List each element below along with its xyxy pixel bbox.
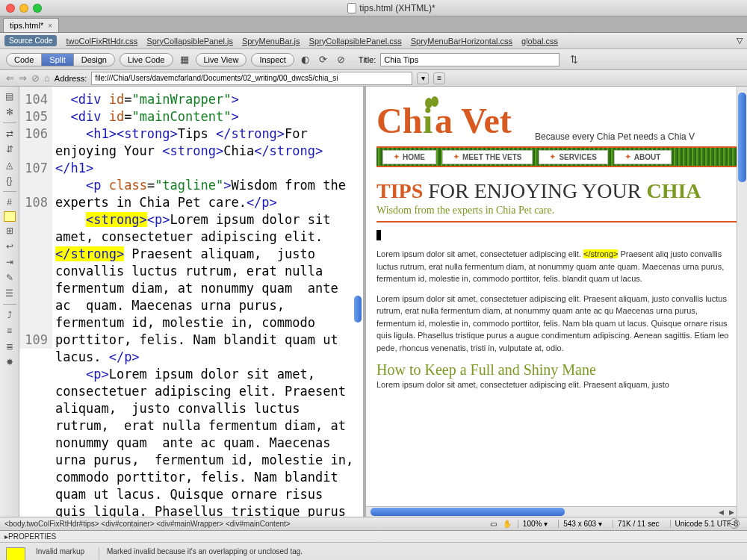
auto-indent-icon[interactable]: ⇥: [3, 255, 16, 269]
title-label: Title:: [359, 55, 376, 64]
scroll-left-icon[interactable]: ◀: [716, 507, 726, 517]
help-icon[interactable]: ?: [729, 518, 740, 529]
preview-vertical-scrollbar[interactable]: [737, 87, 747, 517]
refresh-icon[interactable]: ⟳: [317, 53, 330, 66]
inspect-button[interactable]: Inspect: [251, 53, 294, 66]
related-file[interactable]: global.css: [521, 37, 558, 46]
page-heading: TIPS FOR ENJOYING YOUR CHIA: [376, 179, 737, 203]
related-file[interactable]: SpryCollapsiblePanel.css: [309, 37, 402, 46]
select-parent-icon[interactable]: ◬: [3, 158, 16, 172]
traffic-lights: [6, 4, 42, 13]
nav-about[interactable]: ✦ABOUT: [614, 150, 672, 164]
zoom-level[interactable]: 100% ▾: [518, 520, 552, 528]
related-file[interactable]: SpryMenuBar.js: [242, 37, 300, 46]
window-dimensions[interactable]: 543 x 603 ▾: [558, 520, 607, 528]
move-css-icon[interactable]: ⤴: [3, 308, 16, 322]
source-code-badge[interactable]: Source Code: [4, 35, 57, 46]
scrollbar-thumb[interactable]: [738, 93, 746, 182]
outdent-icon[interactable]: ≣: [3, 340, 16, 353]
highlight-invalid-icon[interactable]: [4, 211, 16, 222]
section-heading: How to Keep a Full and Shiny Mane: [376, 361, 737, 379]
related-file[interactable]: twoColFixRtHdr.css: [66, 37, 137, 46]
snippets-icon[interactable]: ✎: [3, 271, 16, 284]
open-documents-icon[interactable]: ▤: [3, 90, 16, 103]
document-tab-bar: tips.html* ×: [0, 16, 747, 33]
tag-breadcrumb[interactable]: <body.twoColFixRtHdr#tips> <div#containe…: [4, 520, 490, 528]
related-files-bar: Source Code twoColFixRtHdr.css SpryColla…: [0, 33, 747, 49]
related-file[interactable]: SpryCollapsiblePanel.js: [146, 37, 233, 46]
select-tool-icon[interactable]: ▭: [490, 520, 497, 528]
window-titlebar: tips.html (XHTML)*: [0, 0, 747, 16]
recent-snippets-icon[interactable]: ☰: [3, 287, 16, 300]
code-vertical-toolbar: ▤ ✻ ⇄ ⇵ ◬ {} # ⊞ ↩ ⇥ ✎ ☰ ⤴ ≡ ≣ ✸: [0, 87, 19, 517]
document-tab-label: tips.html*: [10, 21, 43, 30]
address-dropdown-icon[interactable]: ▾: [417, 72, 429, 84]
svg-text:Ch: Ch: [376, 101, 422, 140]
line-numbers-icon[interactable]: #: [3, 196, 16, 209]
svg-text:a Vet: a Vet: [435, 101, 512, 140]
document-icon: [347, 3, 356, 13]
zoom-window-button[interactable]: [33, 4, 42, 13]
address-bar: ⇐ ⇒ ⊘ ⌂ Address: ▾ ≡: [0, 70, 747, 87]
view-mode-group: Code Split Design: [6, 53, 115, 66]
address-label: Address:: [55, 74, 87, 83]
main-split: ▤ ✻ ⇄ ⇵ ◬ {} # ⊞ ↩ ⇥ ✎ ☰ ⤴ ≡ ≣ ✸ 104 105…: [0, 87, 747, 517]
live-preview-pane: Ch i a Vet Because every Chia Pet needs …: [366, 87, 747, 517]
divider: [376, 221, 737, 223]
window-title-text: tips.html (XHTML)*: [359, 3, 435, 13]
collapse-tag-icon[interactable]: ⇄: [3, 127, 16, 140]
show-code-icon[interactable]: ✻: [3, 105, 16, 119]
home-icon[interactable]: ⌂: [44, 72, 50, 84]
scroll-right-icon[interactable]: ▶: [726, 507, 737, 517]
code-view-button[interactable]: Code: [6, 53, 42, 66]
close-window-button[interactable]: [6, 4, 15, 13]
close-tab-icon[interactable]: ×: [48, 22, 52, 30]
body-paragraph: Lorem ipsum dolor sit amet, consectetuer…: [376, 293, 737, 355]
invalid-markup-message: Marked invalid because it's an overlappi…: [107, 547, 313, 556]
expand-all-icon[interactable]: ⇵: [3, 143, 16, 156]
page-title-input[interactable]: [380, 53, 560, 66]
nav-home[interactable]: ✦HOME: [382, 150, 436, 164]
syntax-coloring-icon[interactable]: ⊞: [3, 224, 16, 237]
filter-icon[interactable]: ▽: [737, 36, 743, 46]
stop-icon[interactable]: ⊘: [335, 53, 348, 66]
invalid-markup-label: Invalid markup: [36, 547, 88, 560]
browser-nav-icon[interactable]: ◐: [299, 53, 312, 66]
tag-selector-status-bar: <body.twoColFixRtHdr#tips> <div#containe…: [0, 517, 747, 530]
address-input[interactable]: [91, 72, 412, 85]
chia-vet-logo: Ch i a Vet: [376, 96, 526, 142]
scrollbar-thumb[interactable]: [371, 508, 565, 516]
stop-nav-icon[interactable]: ⊘: [31, 72, 40, 84]
site-logo-row: Ch i a Vet Because every Chia Pet needs …: [376, 96, 737, 142]
address-list-icon[interactable]: ≡: [433, 72, 445, 84]
document-tab[interactable]: tips.html* ×: [3, 18, 59, 32]
main-nav-strip: ✦HOME ✦MEET THE VETS ✦SERVICES ✦ABOUT: [376, 146, 737, 167]
code-editor[interactable]: <div id="mainWrapper"> <div id="mainCont…: [52, 87, 363, 517]
live-view-button[interactable]: Live View: [196, 53, 247, 66]
invalid-markup-swatch: [6, 547, 25, 560]
code-pane[interactable]: 104 105 106 107 108 109 <div id="mainWra…: [19, 87, 366, 517]
preview-horizontal-scrollbar[interactable]: ◀ ▶: [366, 506, 737, 517]
inspect-toggle-icon[interactable]: ▦: [178, 53, 191, 66]
logo-tagline: Because every Chia Pet needs a Chia V: [535, 131, 695, 142]
page-size: 71K / 11 sec: [613, 520, 664, 528]
hand-tool-icon[interactable]: ✋: [503, 520, 512, 528]
back-arrow-icon[interactable]: ⇐: [6, 72, 14, 84]
properties-header[interactable]: ▸ PROPERTIES: [0, 531, 747, 543]
line-number-gutter: 104 105 106 107 108 109: [19, 87, 52, 349]
code-scrollbar-thumb[interactable]: [354, 296, 362, 323]
nav-services[interactable]: ✦SERVICES: [539, 150, 607, 164]
design-view-button[interactable]: Design: [74, 53, 115, 66]
format-source-icon[interactable]: ✸: [3, 355, 16, 369]
split-view-button[interactable]: Split: [42, 53, 73, 66]
word-wrap-icon[interactable]: ↩: [3, 240, 16, 253]
balance-braces-icon[interactable]: {}: [3, 174, 16, 187]
nav-meet-vets[interactable]: ✦MEET THE VETS: [442, 150, 533, 164]
indent-icon[interactable]: ≡: [3, 324, 16, 337]
related-file[interactable]: SpryMenuBarHorizontal.css: [411, 37, 512, 46]
body-paragraph: Lorem ipsum dolor sit amet, consectetuer…: [376, 379, 737, 391]
minimize-window-button[interactable]: [19, 4, 28, 13]
forward-arrow-icon[interactable]: ⇒: [19, 72, 27, 84]
file-management-icon[interactable]: ⇅: [567, 53, 580, 66]
live-code-button[interactable]: Live Code: [120, 53, 173, 66]
